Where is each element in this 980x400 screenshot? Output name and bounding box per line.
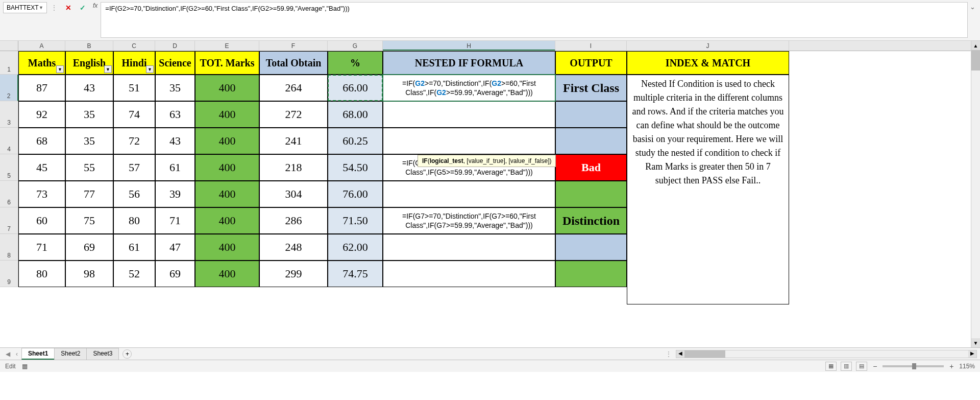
header-total-obtain[interactable]: Total Obtain bbox=[259, 51, 328, 75]
col-header-I[interactable]: I bbox=[555, 41, 627, 51]
col-header-G[interactable]: G bbox=[328, 41, 383, 51]
cell-H9[interactable] bbox=[383, 261, 555, 287]
cell-D6[interactable]: 39 bbox=[155, 181, 195, 207]
cell-F7[interactable]: 286 bbox=[259, 207, 328, 234]
cell-E7[interactable]: 400 bbox=[195, 207, 259, 234]
cell-D9[interactable]: 69 bbox=[155, 261, 195, 287]
header-hindi[interactable]: Hindi▼ bbox=[113, 51, 155, 75]
cell-C6[interactable]: 56 bbox=[113, 181, 155, 207]
col-header-C[interactable]: C bbox=[113, 41, 155, 51]
zoom-out-button[interactable]: − bbox=[871, 362, 878, 370]
cell-G6[interactable]: 76.00 bbox=[328, 181, 383, 207]
cell-H7[interactable]: =IF(G7>=70,"Distinction",IF(G7>=60,"Firs… bbox=[383, 207, 555, 234]
add-sheet-button[interactable]: + bbox=[122, 349, 132, 359]
cell-B2[interactable]: 43 bbox=[65, 75, 113, 101]
cell-F4[interactable]: 241 bbox=[259, 128, 328, 154]
cell-I7[interactable]: Distinction bbox=[555, 207, 627, 234]
fx-icon[interactable]: fx bbox=[93, 2, 97, 9]
cell-H4[interactable] bbox=[383, 128, 555, 154]
tab-nav-prev-icon[interactable]: ‹ bbox=[12, 350, 21, 358]
cell-G5[interactable]: 54.50 bbox=[328, 154, 383, 181]
cell-D2[interactable]: 35 bbox=[155, 75, 195, 101]
cell-E8[interactable]: 400 bbox=[195, 234, 259, 261]
cell-I8[interactable] bbox=[555, 234, 627, 261]
cell-B8[interactable]: 69 bbox=[65, 234, 113, 261]
row-header-8[interactable]: 8 bbox=[0, 234, 18, 261]
cell-G3[interactable]: 68.00 bbox=[328, 101, 383, 128]
scroll-thumb[interactable] bbox=[971, 50, 980, 70]
view-normal-button[interactable]: ▦ bbox=[825, 362, 837, 371]
cell-D3[interactable]: 63 bbox=[155, 101, 195, 128]
cell-A5[interactable]: 45 bbox=[18, 154, 65, 181]
sheet-tab-sheet3[interactable]: Sheet3 bbox=[86, 348, 119, 360]
tab-nav-first-icon[interactable]: ◀ bbox=[3, 350, 12, 358]
tab-split-handle[interactable]: ⋮ bbox=[666, 350, 672, 358]
col-header-J[interactable]: J bbox=[627, 41, 789, 51]
cell-D8[interactable]: 47 bbox=[155, 234, 195, 261]
cell-C2[interactable]: 51 bbox=[113, 75, 155, 101]
cell-C5[interactable]: 57 bbox=[113, 154, 155, 181]
row-header-1[interactable]: 1 bbox=[0, 51, 18, 75]
cell-I9[interactable] bbox=[555, 261, 627, 287]
header-output[interactable]: OUTPUT bbox=[555, 51, 627, 75]
name-box-dropdown-icon[interactable]: ▼ bbox=[39, 5, 43, 10]
cell-F3[interactable]: 272 bbox=[259, 101, 328, 128]
cell-E9[interactable]: 400 bbox=[195, 261, 259, 287]
view-page-layout-button[interactable]: ▥ bbox=[841, 362, 852, 371]
scroll-down-icon[interactable]: ▼ bbox=[971, 338, 980, 347]
header-english[interactable]: English▼ bbox=[65, 51, 113, 75]
cell-G7[interactable]: 71.50 bbox=[328, 207, 383, 234]
cell-A7[interactable]: 60 bbox=[18, 207, 65, 234]
cell-A6[interactable]: 73 bbox=[18, 181, 65, 207]
hscroll-thumb[interactable] bbox=[684, 350, 725, 358]
cell-F9[interactable]: 299 bbox=[259, 261, 328, 287]
cell-A4[interactable]: 68 bbox=[18, 128, 65, 154]
cell-G9[interactable]: 74.75 bbox=[328, 261, 383, 287]
cell-E4[interactable]: 400 bbox=[195, 128, 259, 154]
scroll-up-icon[interactable]: ▲ bbox=[971, 41, 980, 50]
cell-C4[interactable]: 72 bbox=[113, 128, 155, 154]
col-header-F[interactable]: F bbox=[259, 41, 328, 51]
cell-I6[interactable] bbox=[555, 181, 627, 207]
cell-I4[interactable] bbox=[555, 128, 627, 154]
scroll-left-icon[interactable]: ◀ bbox=[676, 350, 684, 358]
function-tooltip[interactable]: IF(logical_test, [value_if_true], [value… bbox=[418, 155, 556, 167]
cell-I3[interactable] bbox=[555, 101, 627, 128]
cell-F8[interactable]: 248 bbox=[259, 234, 328, 261]
cancel-edit-button[interactable]: ✕ bbox=[61, 2, 76, 13]
col-header-A[interactable]: A bbox=[18, 41, 65, 51]
cell-B3[interactable]: 35 bbox=[65, 101, 113, 128]
sheet-tab-sheet2[interactable]: Sheet2 bbox=[54, 348, 87, 360]
filter-dropdown-icon[interactable]: ▼ bbox=[146, 65, 154, 73]
cell-H8[interactable] bbox=[383, 234, 555, 261]
cell-G2[interactable]: 66.00 bbox=[328, 75, 383, 101]
macro-record-icon[interactable]: ▦ bbox=[22, 363, 28, 370]
row-header-5[interactable]: 5 bbox=[0, 154, 18, 181]
cell-C7[interactable]: 80 bbox=[113, 207, 155, 234]
cell-B5[interactable]: 55 bbox=[65, 154, 113, 181]
cell-A3[interactable]: 92 bbox=[18, 101, 65, 128]
scroll-right-icon[interactable]: ▶ bbox=[968, 350, 976, 358]
row-header-3[interactable]: 3 bbox=[0, 101, 18, 128]
sheet-tab-sheet1[interactable]: Sheet1 bbox=[21, 348, 55, 360]
cell-B9[interactable]: 98 bbox=[65, 261, 113, 287]
zoom-slider-handle[interactable] bbox=[912, 363, 916, 369]
cell-B7[interactable]: 75 bbox=[65, 207, 113, 234]
header-maths[interactable]: Maths▼ bbox=[18, 51, 65, 75]
cell-F6[interactable]: 304 bbox=[259, 181, 328, 207]
cell-D5[interactable]: 61 bbox=[155, 154, 195, 181]
cell-H2[interactable]: =IF(G2>=70,"Distinction",IF(G2>=60,"Firs… bbox=[383, 75, 555, 101]
cell-F5[interactable]: 218 bbox=[259, 154, 328, 181]
formula-bar-expand-icon[interactable]: ⌄ bbox=[968, 2, 977, 11]
cell-H6[interactable] bbox=[383, 181, 555, 207]
header-percent[interactable]: % bbox=[328, 51, 383, 75]
cell-E3[interactable]: 400 bbox=[195, 101, 259, 128]
col-header-H[interactable]: H bbox=[383, 41, 555, 51]
filter-dropdown-icon[interactable]: ▼ bbox=[56, 65, 64, 73]
row-header-9[interactable]: 9 bbox=[0, 261, 18, 287]
zoom-slider[interactable] bbox=[883, 365, 944, 367]
name-box[interactable]: BAHTTEXT ▼ bbox=[3, 2, 47, 13]
confirm-edit-button[interactable]: ✓ bbox=[76, 2, 90, 13]
zoom-in-button[interactable]: + bbox=[948, 362, 955, 370]
cell-G4[interactable]: 60.25 bbox=[328, 128, 383, 154]
